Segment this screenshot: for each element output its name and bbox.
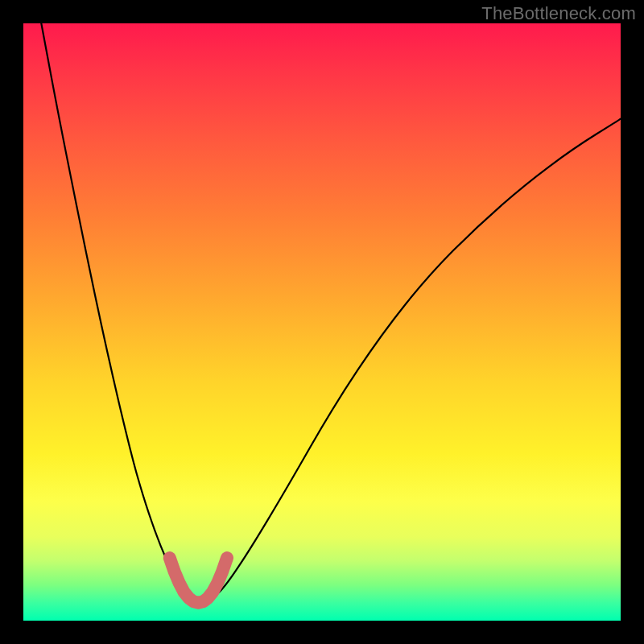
watermark-text: TheBottleneck.com (481, 3, 636, 24)
gradient-plot-area (23, 23, 621, 621)
curve-minimum-highlight (170, 558, 227, 603)
curve-canvas (23, 23, 621, 621)
bottleneck-curve (41, 23, 621, 606)
